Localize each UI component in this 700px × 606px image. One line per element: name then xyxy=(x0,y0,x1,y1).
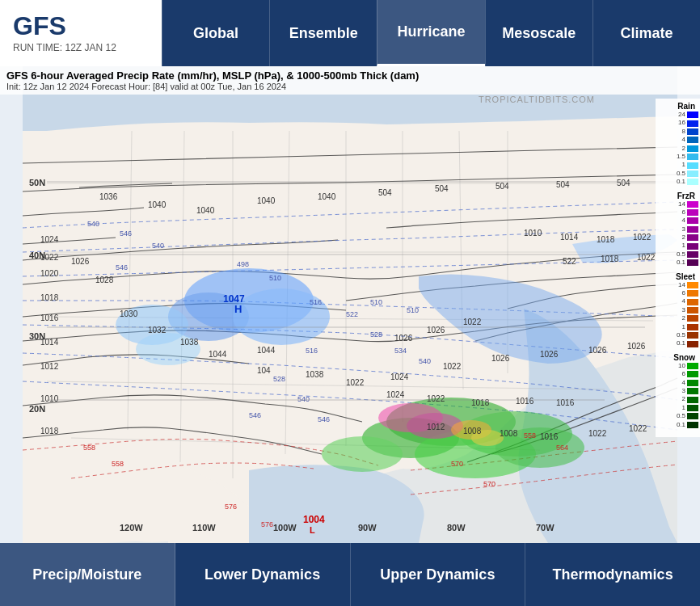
legend-value: 10 xyxy=(673,362,685,370)
legend-entry: 14 xyxy=(657,200,698,208)
nav-item-ensemble[interactable]: Ensemble xyxy=(269,0,377,66)
legend-value: 0.1 xyxy=(673,259,685,267)
svg-text:1018: 1018 xyxy=(40,293,59,302)
svg-text:1026: 1026 xyxy=(71,257,90,266)
legend-entry: 0.5 xyxy=(657,331,698,339)
svg-text:540: 540 xyxy=(152,242,164,250)
legend-section-frzr: FrzR14643210.50.1 xyxy=(657,191,698,267)
legend-color-swatch xyxy=(687,234,698,241)
legend-color-swatch xyxy=(687,282,698,288)
run-time-label: RUN TIME: xyxy=(13,42,62,53)
svg-text:1022: 1022 xyxy=(637,253,656,262)
svg-text:504: 504 xyxy=(617,179,630,187)
legend-entry: 6 xyxy=(657,289,698,297)
map-subtitle: Init: 12z Jan 12 2024 Forecast Hour: [84… xyxy=(6,82,694,91)
svg-text:540: 540 xyxy=(87,220,99,228)
watermark: TROPICALTIDBITS.COM xyxy=(479,95,595,104)
legend-color-swatch xyxy=(687,307,698,314)
legend-color-swatch xyxy=(687,405,698,411)
legend-entry: 3 xyxy=(657,387,698,395)
svg-text:90W: 90W xyxy=(358,523,377,532)
logo-title: GFS xyxy=(13,13,149,39)
nav-item-climate[interactable]: Climate xyxy=(592,0,700,66)
legend-entry: 3 xyxy=(657,225,698,234)
bottom-tab-upper-dynamics[interactable]: Upper Dynamics xyxy=(351,543,526,606)
legend-value: 1.5 xyxy=(673,153,685,161)
svg-text:1018: 1018 xyxy=(471,398,490,407)
legend: Rain24168421.510.50.1FrzR14643210.50.1Sl… xyxy=(656,99,700,437)
svg-text:1038: 1038 xyxy=(180,338,199,347)
svg-text:1040: 1040 xyxy=(257,196,276,205)
svg-text:540: 540 xyxy=(297,395,310,403)
svg-text:1028: 1028 xyxy=(95,276,114,284)
svg-text:528: 528 xyxy=(273,375,285,383)
legend-color-swatch xyxy=(687,413,698,419)
legend-color-swatch xyxy=(687,179,698,185)
legend-color-swatch xyxy=(687,371,698,377)
svg-text:1022: 1022 xyxy=(588,429,607,438)
svg-text:570: 570 xyxy=(451,460,463,468)
legend-value: 16 xyxy=(673,119,685,127)
legend-color-swatch xyxy=(687,243,698,250)
svg-text:30N: 30N xyxy=(29,331,45,341)
legend-color-swatch xyxy=(687,251,698,258)
svg-text:1016: 1016 xyxy=(556,398,575,407)
svg-text:1008: 1008 xyxy=(463,427,482,436)
bottom-tab-thermodynamics[interactable]: Thermodynamics xyxy=(525,543,700,606)
legend-value: 1 xyxy=(673,161,685,169)
legend-color-swatch xyxy=(687,388,698,394)
svg-text:504: 504 xyxy=(435,184,449,193)
legend-color-swatch xyxy=(687,201,698,208)
bottom-tab-lower-dynamics[interactable]: Lower Dynamics xyxy=(175,543,351,606)
svg-text:1022: 1022 xyxy=(346,378,365,387)
svg-text:1022: 1022 xyxy=(633,233,652,242)
header: GFS RUN TIME: 12Z JAN 12 GlobalEnsembleH… xyxy=(0,0,700,66)
svg-text:504: 504 xyxy=(378,188,392,197)
svg-text:1016: 1016 xyxy=(540,432,559,441)
svg-text:576: 576 xyxy=(225,503,237,511)
svg-text:498: 498 xyxy=(237,260,249,268)
svg-text:558: 558 xyxy=(112,460,124,468)
legend-value: 2 xyxy=(673,234,685,242)
legend-title: Snow xyxy=(657,353,698,362)
svg-text:510: 510 xyxy=(407,306,419,314)
svg-text:1026: 1026 xyxy=(627,342,646,351)
legend-entry: 2 xyxy=(657,314,698,322)
legend-value: 1 xyxy=(673,242,685,250)
legend-color-swatch xyxy=(687,162,698,169)
legend-value: 0.5 xyxy=(673,170,685,178)
svg-text:50N: 50N xyxy=(29,178,45,187)
nav-item-mesoscale[interactable]: Mesoscale xyxy=(485,0,592,66)
svg-text:570: 570 xyxy=(483,480,495,488)
svg-text:1016: 1016 xyxy=(40,314,59,322)
bottom-tab-precip-moisture[interactable]: Precip/Moisture xyxy=(0,543,175,606)
legend-value: 0.5 xyxy=(673,412,685,420)
legend-color-swatch xyxy=(687,209,698,216)
svg-text:1014: 1014 xyxy=(560,233,579,242)
legend-value: 4 xyxy=(673,297,685,305)
svg-text:100W: 100W xyxy=(273,523,297,532)
legend-entry: 6 xyxy=(657,370,698,378)
legend-entry: 8 xyxy=(657,128,698,136)
legend-value: 3 xyxy=(673,306,685,314)
map-title: GFS 6-hour Averaged Precip Rate (mm/hr),… xyxy=(6,69,694,82)
legend-value: 2 xyxy=(673,395,685,403)
svg-text:1040: 1040 xyxy=(318,192,336,201)
svg-text:1026: 1026 xyxy=(540,350,559,359)
legend-color-swatch xyxy=(687,112,698,118)
legend-entry: 1.5 xyxy=(657,153,698,161)
nav-item-global[interactable]: Global xyxy=(162,0,269,66)
svg-text:576: 576 xyxy=(261,520,273,528)
svg-text:1024: 1024 xyxy=(390,372,409,381)
legend-value: 6 xyxy=(673,370,685,378)
svg-text:558: 558 xyxy=(524,431,536,440)
legend-value: 14 xyxy=(673,281,685,289)
nav-item-hurricane[interactable]: Hurricane xyxy=(377,0,484,66)
legend-value: 4 xyxy=(673,217,685,225)
legend-color-swatch xyxy=(687,120,698,127)
svg-text:1010: 1010 xyxy=(40,394,59,403)
svg-text:70W: 70W xyxy=(536,523,555,532)
legend-entry: 1 xyxy=(657,323,698,331)
legend-value: 3 xyxy=(673,387,685,395)
legend-value: 0.5 xyxy=(673,331,685,339)
